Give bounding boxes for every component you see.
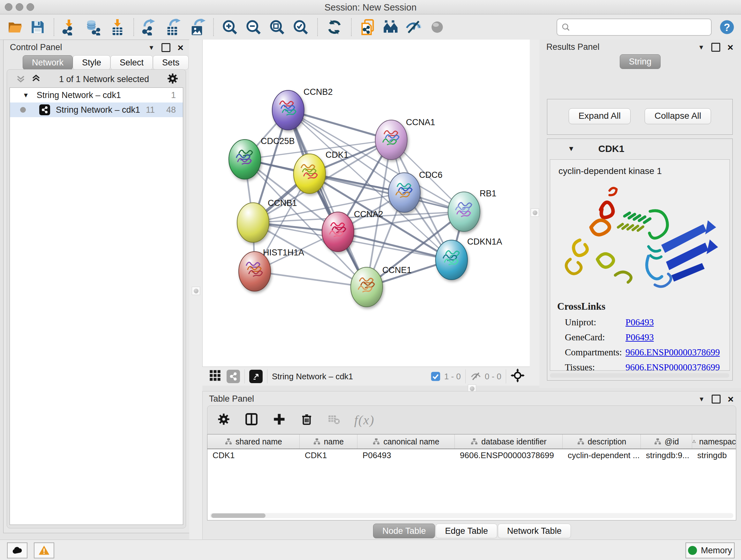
tab-sets[interactable]: Sets bbox=[153, 55, 189, 70]
svg-text:RB1: RB1 bbox=[480, 189, 496, 198]
left-splitter-handle[interactable] bbox=[192, 287, 200, 295]
crosslink-row: GeneCard: P06493 bbox=[550, 330, 730, 345]
expand-all-button[interactable]: Expand All bbox=[569, 108, 630, 124]
cytoscape-window: Session: New Session bbox=[0, 0, 741, 560]
column-header[interactable]: name bbox=[300, 435, 357, 449]
memory-label: Memory bbox=[701, 546, 732, 556]
panel-close-icon[interactable]: × bbox=[728, 395, 734, 402]
svg-text:CCNE1: CCNE1 bbox=[382, 265, 412, 275]
entry-gene-name: CDK1 bbox=[598, 143, 624, 154]
tab-string[interactable]: String bbox=[620, 54, 661, 69]
column-header[interactable]: shared name bbox=[207, 435, 300, 449]
add-column-icon[interactable] bbox=[273, 413, 286, 427]
export-image-icon[interactable] bbox=[189, 19, 205, 36]
network-collection-row[interactable]: ▼ String Network – cdk1 1 bbox=[10, 88, 183, 103]
node-table: shared name name canonical name database… bbox=[207, 434, 736, 520]
table-hscrollbar[interactable] bbox=[210, 513, 733, 518]
entry-collapse-icon[interactable]: ▼ bbox=[568, 145, 575, 153]
panel-collapse-icon[interactable]: ▼ bbox=[698, 44, 704, 51]
panel-float-icon[interactable] bbox=[711, 43, 720, 52]
column-header[interactable]: @id bbox=[641, 435, 692, 449]
node-details-box: ▼ CDK1 cyclin-dependent kinase 1 bbox=[547, 138, 733, 381]
results-panel-title: Results Panel bbox=[546, 42, 600, 52]
warning-button[interactable] bbox=[34, 543, 54, 558]
zoom-fit-icon[interactable] bbox=[269, 19, 285, 36]
tab-edge-table[interactable]: Edge Table bbox=[435, 523, 497, 538]
selected-checkbox-icon[interactable] bbox=[430, 371, 441, 382]
crosslink-link[interactable]: P06493 bbox=[625, 332, 654, 343]
selected-count: 1 - 0 bbox=[444, 372, 461, 381]
import-database-icon[interactable] bbox=[85, 19, 102, 36]
network-overview-houses-icon[interactable] bbox=[382, 19, 399, 36]
birds-eye-crosshair-icon[interactable] bbox=[511, 368, 525, 385]
detach-view-icon[interactable] bbox=[249, 370, 263, 383]
tab-node-table[interactable]: Node Table bbox=[373, 523, 435, 538]
toolbar-separator bbox=[54, 18, 54, 36]
tab-style[interactable]: Style bbox=[73, 55, 111, 70]
column-header[interactable]: description bbox=[562, 435, 641, 449]
crosslink-link[interactable]: 9606.ENSP00000378699 bbox=[625, 347, 720, 358]
control-panel-title: Control Panel bbox=[10, 43, 62, 52]
panel-collapse-icon[interactable]: ▼ bbox=[148, 44, 155, 51]
crosslink-link[interactable]: P06493 bbox=[625, 317, 654, 327]
export-table-icon[interactable] bbox=[165, 19, 181, 36]
select-columns-icon[interactable] bbox=[245, 412, 259, 428]
window-title: Session: New Session bbox=[0, 2, 741, 13]
network-canvas[interactable]: CCNB2CCNA1CDC25BCDK1CDC6RB1CCNB1CCNA2CDK… bbox=[202, 40, 530, 367]
string-network-graph[interactable]: CCNB2CCNA1CDC25BCDK1CDC6RB1CCNB1CCNA2CDK… bbox=[203, 40, 530, 367]
hidden-eye-slash-icon[interactable] bbox=[470, 371, 482, 382]
crosslinks-title: CrossLinks bbox=[557, 301, 730, 312]
delete-table-icon[interactable] bbox=[327, 413, 340, 427]
network-share-icon[interactable] bbox=[226, 370, 240, 383]
left-splitter[interactable] bbox=[189, 40, 202, 560]
panel-collapse-icon[interactable]: ▼ bbox=[698, 395, 705, 403]
tab-network-table[interactable]: Network Table bbox=[498, 523, 571, 538]
panel-float-icon[interactable] bbox=[712, 395, 721, 403]
expand-all-icon[interactable] bbox=[30, 73, 42, 85]
cloud-button[interactable] bbox=[7, 543, 27, 558]
panel-close-icon[interactable]: × bbox=[727, 44, 733, 51]
zoom-in-icon[interactable] bbox=[221, 19, 238, 36]
zoom-selected-icon[interactable] bbox=[292, 19, 309, 36]
help-icon[interactable]: ? bbox=[719, 19, 735, 36]
zoom-out-icon[interactable] bbox=[245, 19, 262, 36]
panel-float-icon[interactable] bbox=[161, 43, 171, 52]
network-row[interactable]: String Network – cdk1 11 48 bbox=[10, 103, 183, 117]
network-view-title: String Network – cdk1 bbox=[272, 372, 353, 381]
open-folder-icon[interactable] bbox=[7, 19, 23, 36]
column-header[interactable]: namespac bbox=[692, 435, 736, 449]
table-row[interactable]: CDK1 CDK1 P06493 9606.ENSP00000378699 cy… bbox=[207, 449, 736, 462]
column-header[interactable]: canonical name bbox=[357, 435, 455, 449]
save-icon[interactable] bbox=[29, 19, 46, 36]
network-options-gear-icon[interactable] bbox=[166, 72, 179, 86]
right-splitter-handle[interactable] bbox=[531, 208, 539, 217]
memory-button[interactable]: Memory bbox=[685, 543, 735, 558]
search-field[interactable] bbox=[556, 18, 712, 36]
collection-expand-icon[interactable]: ▼ bbox=[23, 91, 29, 99]
column-header[interactable]: database identifier bbox=[455, 435, 562, 449]
tab-network[interactable]: Network bbox=[23, 55, 73, 70]
crosslink-link[interactable]: 9606.ENSP00000378699 bbox=[625, 362, 720, 371]
table-panel-title: Table Panel bbox=[209, 394, 254, 404]
search-input[interactable] bbox=[570, 22, 699, 32]
function-builder-icon[interactable]: f(x) bbox=[354, 413, 375, 428]
share-document-icon[interactable] bbox=[359, 19, 376, 36]
results-hscrollbar[interactable] bbox=[550, 373, 729, 378]
table-hscrollbar-thumb[interactable] bbox=[211, 513, 266, 518]
grid-view-icon[interactable] bbox=[209, 369, 221, 384]
delete-column-trash-icon[interactable] bbox=[300, 413, 313, 427]
refresh-icon[interactable] bbox=[326, 19, 343, 36]
import-table-icon[interactable] bbox=[109, 19, 126, 36]
network-selection-status: 1 of 1 Network selected bbox=[42, 74, 166, 84]
table-options-gear-icon[interactable] bbox=[217, 413, 230, 427]
svg-text:CCNA2: CCNA2 bbox=[354, 209, 383, 219]
collapse-all-icon[interactable] bbox=[15, 73, 26, 85]
right-splitter[interactable] bbox=[530, 40, 539, 388]
show-eye-icon[interactable] bbox=[429, 19, 446, 36]
hide-selected-eye-slash-icon[interactable] bbox=[405, 19, 422, 36]
collapse-all-button[interactable]: Collapse All bbox=[645, 108, 711, 124]
tab-select[interactable]: Select bbox=[111, 55, 153, 70]
export-network-icon[interactable] bbox=[140, 19, 157, 36]
panel-close-icon[interactable]: × bbox=[178, 44, 184, 51]
import-network-icon[interactable] bbox=[61, 19, 77, 36]
